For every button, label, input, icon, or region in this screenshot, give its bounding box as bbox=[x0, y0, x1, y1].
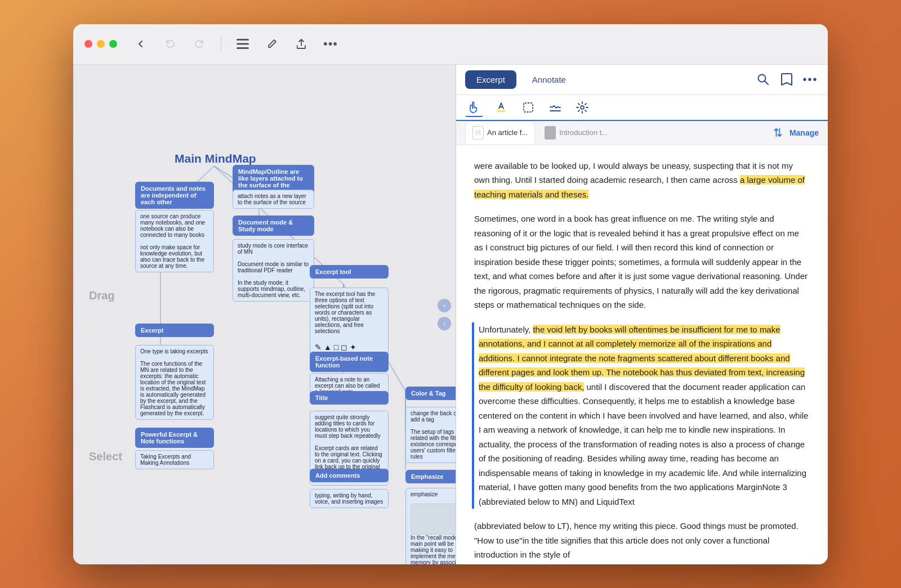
article-tab-icon: 📄 bbox=[472, 126, 484, 140]
intro-tab-icon bbox=[545, 126, 556, 140]
mm-node-emphasize[interactable]: Emphasize bbox=[405, 470, 456, 483]
paragraph-4: (abbreviated below to LT), hence my writ… bbox=[474, 519, 810, 562]
mm-node-docmode-body: study mode is core interface of MNDocume… bbox=[233, 239, 314, 302]
para3-suffix: until I discovered that the document rea… bbox=[479, 382, 808, 506]
mm-node-add-comments[interactable]: Add comments bbox=[310, 469, 389, 482]
mm-node-powerful-excerpt[interactable]: Powerful Excerpt & Note functions bbox=[135, 428, 214, 448]
document-reader: Excerpt Annotate ••• bbox=[456, 65, 828, 564]
text-highlight-tool[interactable] bbox=[492, 98, 510, 116]
svg-rect-0 bbox=[237, 39, 249, 41]
mm-node-excerpt[interactable]: Excerpt bbox=[135, 324, 214, 337]
doc-tab-introduction[interactable]: Introduction t... bbox=[537, 121, 615, 145]
mindmap-title: Main MindMap bbox=[175, 152, 256, 165]
next-arrow[interactable]: › bbox=[438, 317, 451, 330]
select-label: Select bbox=[89, 450, 122, 463]
mindmap-lines bbox=[73, 65, 456, 564]
paragraph-3: Unfortunately, the void left by books wi… bbox=[479, 322, 810, 509]
document-content[interactable]: were available to be looked up, I would … bbox=[456, 145, 828, 564]
mm-node-color-tag-body: change the back coloradd a tagThe setup … bbox=[405, 407, 456, 463]
search-icon[interactable] bbox=[755, 71, 771, 88]
drag-label: Drag bbox=[89, 289, 115, 302]
reader-header: Excerpt Annotate ••• bbox=[456, 65, 828, 95]
paragraph-3-container: Unfortunately, the void left by books wi… bbox=[474, 322, 810, 509]
tab-excerpt[interactable]: Excerpt bbox=[465, 70, 516, 89]
paragraph-1: were available to be looked up, I would … bbox=[474, 159, 810, 202]
mm-node-excerpt-note[interactable]: Excerpt-based note function bbox=[310, 352, 389, 372]
undo-button[interactable] bbox=[160, 34, 180, 54]
main-content: Main MindMap MindMap/Outline are like la… bbox=[73, 65, 828, 564]
doc-tabs-bar: 📄 An article f... Introduction t... ⇅ Ma… bbox=[456, 121, 828, 145]
annotation-toolbar bbox=[456, 95, 828, 121]
minimize-button[interactable] bbox=[97, 40, 105, 48]
svg-rect-18 bbox=[524, 103, 533, 112]
rect-select-tool[interactable] bbox=[519, 98, 537, 116]
hand-tool[interactable] bbox=[465, 99, 483, 117]
tab-annotate[interactable]: Annotate bbox=[521, 70, 577, 89]
close-button[interactable] bbox=[84, 40, 92, 48]
redo-button[interactable] bbox=[189, 34, 209, 54]
edit-button[interactable] bbox=[262, 34, 282, 54]
para3-prefix: Unfortunately, bbox=[479, 325, 533, 334]
article-tab-label: An article f... bbox=[487, 128, 528, 137]
list-button[interactable] bbox=[233, 34, 253, 54]
doc-tab-article[interactable]: 📄 An article f... bbox=[465, 121, 535, 145]
maximize-button[interactable] bbox=[109, 40, 117, 48]
more-button[interactable]: ••• bbox=[320, 34, 341, 54]
bookmark-icon[interactable] bbox=[778, 71, 795, 88]
svg-rect-1 bbox=[237, 43, 249, 45]
mm-node-docmode[interactable]: Document mode & Study mode bbox=[233, 216, 314, 236]
paragraph-2: Sometimes, one word in a book has great … bbox=[474, 212, 810, 312]
share-button[interactable] bbox=[291, 34, 311, 54]
mm-node-excerpt-tool[interactable]: Excerpt tool bbox=[310, 265, 389, 279]
svg-rect-17 bbox=[497, 110, 505, 112]
mm-node-docs-independent[interactable]: Documents and notes are independent of e… bbox=[135, 182, 214, 209]
traffic-lights bbox=[84, 40, 117, 48]
tabs-reorder-arrow[interactable]: ⇅ bbox=[773, 126, 783, 140]
mm-node-attach: attach notes as a new layer to the surfa… bbox=[233, 190, 314, 209]
wave-select-tool[interactable] bbox=[546, 98, 564, 116]
svg-line-15 bbox=[765, 81, 768, 84]
mm-node-docs-body: one source can produce many notebooks, a… bbox=[135, 210, 214, 272]
settings-tool[interactable] bbox=[573, 98, 591, 116]
mm-node-powerful-excerpt-body: Taking Excerpts and Making Annotations bbox=[135, 450, 214, 469]
app-window: ••• bbox=[73, 24, 828, 564]
options-icon[interactable]: ••• bbox=[802, 71, 819, 88]
title-bar: ••• bbox=[73, 24, 828, 65]
mm-node-add-comments-body: typing, writing by hand, voice, and inse… bbox=[310, 489, 389, 508]
sidebar-bar bbox=[472, 322, 474, 509]
mm-node-title[interactable]: Title bbox=[310, 391, 389, 405]
svg-rect-2 bbox=[237, 47, 249, 49]
svg-point-19 bbox=[581, 106, 584, 109]
header-icons: ••• bbox=[755, 71, 819, 88]
manage-button[interactable]: Manage bbox=[790, 128, 819, 137]
intro-tab-label: Introduction t... bbox=[559, 128, 608, 137]
mm-node-excerpt-body: One type is taking excerptsThe core func… bbox=[135, 345, 214, 420]
prev-arrow[interactable]: ‹ bbox=[438, 299, 451, 312]
mm-node-emphasize-body: emphasize In the "recall mode" the main … bbox=[405, 488, 456, 564]
mm-node-color-tag[interactable]: Color & Tag bbox=[405, 387, 456, 400]
mindmap-panel: Main MindMap MindMap/Outline are like la… bbox=[73, 65, 456, 564]
mindmap-container: Main MindMap MindMap/Outline are like la… bbox=[73, 65, 456, 564]
back-button[interactable] bbox=[131, 34, 151, 54]
